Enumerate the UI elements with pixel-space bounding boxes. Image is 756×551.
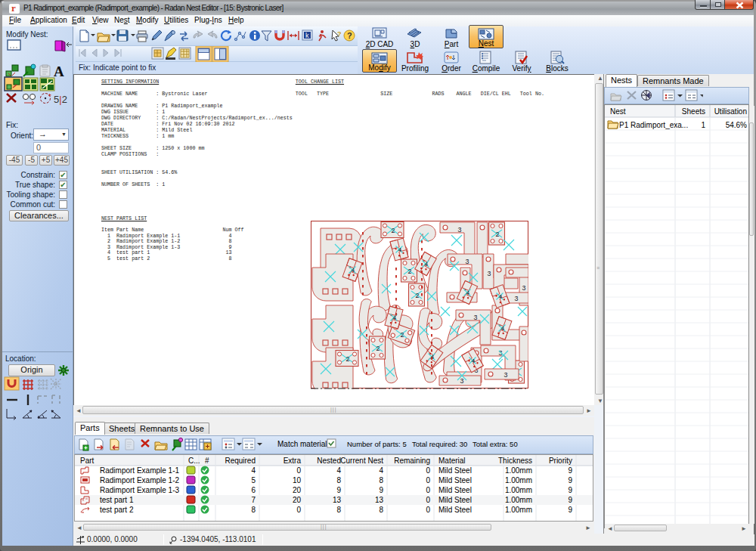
svg-text:3: 3 bbox=[473, 314, 477, 322]
svg-text:Remaining: Remaining bbox=[394, 457, 430, 465]
svg-text:?: ? bbox=[347, 31, 352, 40]
svg-text:test part 1: test part 1 bbox=[100, 496, 134, 504]
svg-text:8: 8 bbox=[379, 506, 383, 514]
svg-text:Total required: 30: Total required: 30 bbox=[412, 440, 467, 448]
svg-text:Required: Required bbox=[225, 457, 256, 465]
svg-text:3: 3 bbox=[457, 227, 461, 234]
svg-text:2: 2 bbox=[391, 228, 395, 235]
svg-text:Mild Steel: Mild Steel bbox=[438, 466, 472, 475]
svg-text:4: 4 bbox=[352, 267, 355, 274]
svg-text:Priority: Priority bbox=[549, 457, 572, 465]
svg-text:Mild Steel: Mild Steel bbox=[438, 506, 472, 514]
svg-text:Total extra: 50: Total extra: 50 bbox=[472, 440, 518, 448]
svg-text:Radimport Example 1-3: Radimport Example 1-3 bbox=[100, 486, 179, 494]
svg-text:4: 4 bbox=[425, 261, 429, 268]
svg-text:#: # bbox=[205, 457, 209, 465]
svg-text:2: 2 bbox=[495, 231, 499, 239]
svg-text:54.6%: 54.6% bbox=[726, 121, 747, 129]
svg-text:Current Nest: Current Nest bbox=[340, 457, 383, 465]
svg-text:8: 8 bbox=[379, 476, 383, 484]
svg-text:2: 2 bbox=[345, 356, 349, 364]
svg-text:test part 2: test part 2 bbox=[100, 506, 134, 514]
svg-text:6: 6 bbox=[251, 486, 256, 494]
svg-text:3: 3 bbox=[514, 296, 518, 303]
svg-text:C...: C... bbox=[188, 457, 200, 465]
svg-text:4: 4 bbox=[466, 289, 470, 296]
svg-text:Part: Part bbox=[80, 457, 94, 465]
svg-text:0: 0 bbox=[296, 466, 301, 475]
svg-text:9: 9 bbox=[568, 486, 572, 494]
svg-text:1.00mm: 1.00mm bbox=[505, 506, 532, 514]
svg-text:13: 13 bbox=[333, 496, 342, 504]
svg-text:5: 5 bbox=[251, 476, 256, 484]
svg-text:Thickness: Thickness bbox=[498, 457, 532, 465]
svg-text:P1 Radimport_exa...: P1 Radimport_exa... bbox=[619, 121, 688, 129]
svg-text:0: 0 bbox=[426, 486, 430, 494]
svg-text:Nested: Nested bbox=[317, 457, 341, 465]
svg-text:20: 20 bbox=[293, 496, 302, 504]
svg-text:2: 2 bbox=[415, 293, 419, 300]
svg-text:Number of parts: 5: Number of parts: 5 bbox=[347, 440, 407, 448]
svg-text:2: 2 bbox=[400, 332, 404, 339]
svg-text:4: 4 bbox=[499, 293, 503, 300]
svg-text:Radimport Example 1-2: Radimport Example 1-2 bbox=[100, 476, 179, 484]
svg-text:Mild Steel: Mild Steel bbox=[438, 496, 472, 504]
svg-text:0: 0 bbox=[426, 496, 430, 504]
svg-text:3: 3 bbox=[465, 258, 469, 266]
svg-text:4: 4 bbox=[501, 325, 505, 332]
svg-text:4: 4 bbox=[379, 466, 383, 475]
svg-text:0: 0 bbox=[426, 476, 430, 484]
svg-text:A: A bbox=[54, 63, 64, 79]
svg-text:7: 7 bbox=[251, 496, 256, 504]
svg-text:20: 20 bbox=[293, 486, 302, 494]
svg-text:2: 2 bbox=[376, 345, 380, 353]
svg-text:2: 2 bbox=[407, 268, 411, 276]
svg-text:9: 9 bbox=[568, 476, 572, 484]
svg-text:Utilisation: Utilisation bbox=[714, 107, 747, 116]
svg-text:8: 8 bbox=[336, 506, 341, 514]
svg-text:Material: Material bbox=[438, 457, 466, 465]
svg-text:10: 10 bbox=[293, 476, 302, 484]
svg-text:k: k bbox=[305, 32, 309, 39]
svg-text:13: 13 bbox=[375, 496, 384, 504]
svg-text:1.00mm: 1.00mm bbox=[505, 466, 532, 475]
svg-text:0: 0 bbox=[426, 466, 430, 475]
svg-text:9: 9 bbox=[568, 466, 572, 475]
svg-text:?: ? bbox=[337, 30, 342, 38]
svg-text:8: 8 bbox=[336, 476, 341, 484]
svg-text:9: 9 bbox=[336, 486, 341, 494]
svg-text:Sheets: Sheets bbox=[682, 107, 705, 116]
svg-text:0: 0 bbox=[296, 506, 301, 514]
svg-text:4: 4 bbox=[398, 246, 402, 253]
svg-text:4: 4 bbox=[251, 466, 256, 475]
svg-text:4: 4 bbox=[336, 466, 341, 475]
svg-text:1.00mm: 1.00mm bbox=[505, 486, 532, 494]
svg-text:1: 1 bbox=[701, 121, 705, 129]
svg-text:5|2: 5|2 bbox=[54, 94, 67, 105]
svg-text:8: 8 bbox=[251, 506, 256, 514]
svg-text:3: 3 bbox=[503, 372, 507, 379]
svg-text:Radimport Example 1-1: Radimport Example 1-1 bbox=[100, 466, 179, 475]
svg-text:1.00mm: 1.00mm bbox=[505, 496, 532, 504]
svg-text:3: 3 bbox=[522, 285, 525, 293]
svg-text:Nest: Nest bbox=[610, 107, 626, 116]
svg-text:9: 9 bbox=[568, 506, 572, 514]
svg-text:Match material:: Match material: bbox=[277, 440, 329, 448]
svg-text:3: 3 bbox=[460, 378, 463, 385]
svg-text:4: 4 bbox=[472, 358, 476, 364]
svg-text:3: 3 bbox=[487, 271, 491, 278]
svg-text:Mild Steel: Mild Steel bbox=[438, 486, 472, 494]
svg-text:Extra: Extra bbox=[284, 457, 302, 465]
svg-text:1.00mm: 1.00mm bbox=[505, 476, 532, 484]
svg-text:9: 9 bbox=[568, 496, 572, 504]
svg-text:0: 0 bbox=[426, 506, 430, 514]
svg-text:9: 9 bbox=[379, 486, 383, 494]
svg-text:Mild Steel: Mild Steel bbox=[438, 476, 472, 484]
